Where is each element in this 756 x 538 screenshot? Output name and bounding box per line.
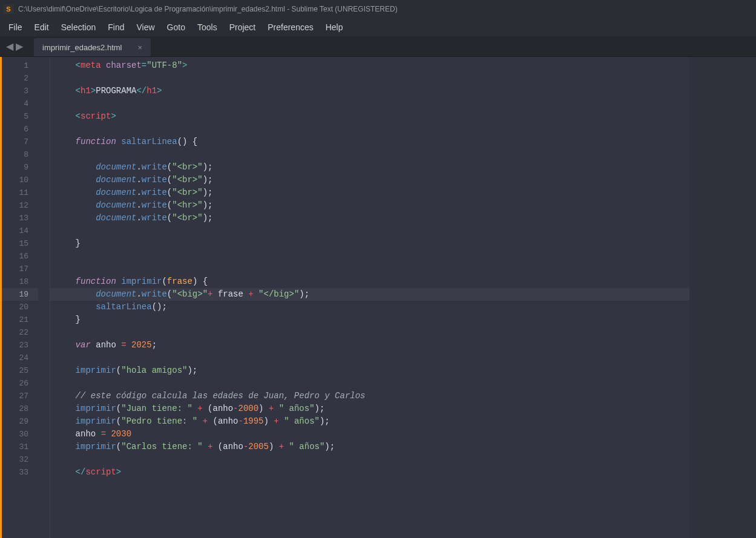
fold-cell bbox=[38, 428, 50, 441]
line-number[interactable]: 14 bbox=[2, 225, 38, 237]
line-number[interactable]: 12 bbox=[2, 199, 38, 212]
code-line[interactable] bbox=[50, 250, 689, 263]
minimap[interactable] bbox=[689, 57, 756, 538]
tab-active[interactable]: imprimir_edades2.html × bbox=[34, 38, 151, 56]
fold-cell bbox=[38, 453, 50, 466]
line-number[interactable]: 9 bbox=[2, 161, 38, 174]
code-line[interactable]: <script> bbox=[50, 110, 689, 123]
menu-item-goto[interactable]: Goto bbox=[161, 20, 191, 34]
fold-cell bbox=[38, 352, 50, 364]
nav-forward-icon[interactable]: ▶ bbox=[15, 41, 24, 52]
line-number[interactable]: 27 bbox=[2, 390, 38, 402]
fold-cell bbox=[38, 136, 50, 148]
line-number[interactable]: 23 bbox=[2, 339, 38, 352]
code-line[interactable] bbox=[50, 377, 689, 390]
line-number[interactable]: 3 bbox=[2, 85, 38, 97]
code-line[interactable] bbox=[50, 352, 689, 364]
code-line[interactable] bbox=[50, 326, 689, 339]
code-line[interactable]: document.write("<br>"); bbox=[50, 174, 689, 186]
nav-back-icon[interactable]: ◀ bbox=[5, 41, 15, 52]
fold-cell bbox=[38, 59, 50, 72]
window-title: C:\Users\dimif\OneDrive\Escritorio\Logic… bbox=[18, 5, 398, 13]
line-number[interactable]: 32 bbox=[2, 453, 38, 466]
code-line[interactable]: imprimir("Juan tiene: " + (anho-2000) + … bbox=[50, 402, 689, 415]
menu-item-view[interactable]: View bbox=[131, 20, 161, 34]
code-line[interactable]: anho = 2030 bbox=[50, 428, 689, 441]
code-line[interactable]: function imprimir(frase) { bbox=[50, 275, 689, 288]
code-line[interactable]: } bbox=[50, 313, 689, 326]
line-number[interactable]: 11 bbox=[2, 186, 38, 199]
line-number[interactable]: 24 bbox=[2, 352, 38, 364]
code-line[interactable]: document.write("<big>"+ frase + "</big>"… bbox=[50, 288, 689, 301]
code-line[interactable]: } bbox=[50, 237, 689, 250]
line-number[interactable]: 16 bbox=[2, 250, 38, 263]
line-number[interactable]: 26 bbox=[2, 377, 38, 390]
code-line[interactable]: imprimir("Carlos tiene: " + (anho-2005) … bbox=[50, 441, 689, 453]
line-number[interactable]: 5 bbox=[2, 110, 38, 123]
code-line[interactable]: imprimir("Pedro tiene: " + (anho-1995) +… bbox=[50, 415, 689, 428]
line-number[interactable]: 13 bbox=[2, 212, 38, 225]
code-line[interactable]: <meta charset="UTF-8"> bbox=[50, 59, 689, 72]
code-line[interactable] bbox=[50, 97, 689, 110]
fold-cell bbox=[38, 415, 50, 428]
close-icon[interactable]: × bbox=[138, 43, 143, 52]
fold-cell bbox=[38, 199, 50, 212]
code-area[interactable]: <meta charset="UTF-8"> <h1>PROGRAMA</h1>… bbox=[50, 57, 689, 538]
code-line[interactable] bbox=[50, 148, 689, 161]
fold-cell bbox=[38, 390, 50, 402]
menu-item-help[interactable]: Help bbox=[320, 20, 349, 34]
code-line[interactable] bbox=[50, 123, 689, 136]
line-number[interactable]: 19 bbox=[2, 288, 38, 301]
line-number[interactable]: 25 bbox=[2, 364, 38, 377]
line-number[interactable]: 33 bbox=[2, 466, 38, 479]
line-number[interactable]: 18 bbox=[2, 275, 38, 288]
code-line[interactable]: saltarLinea(); bbox=[50, 301, 689, 313]
line-number[interactable]: 10 bbox=[2, 174, 38, 186]
code-line[interactable]: document.write("<br>"); bbox=[50, 212, 689, 225]
code-line[interactable]: imprimir("hola amigos"); bbox=[50, 364, 689, 377]
line-number[interactable]: 21 bbox=[2, 313, 38, 326]
code-line[interactable]: document.write("<br>"); bbox=[50, 186, 689, 199]
line-number[interactable]: 8 bbox=[2, 148, 38, 161]
code-line[interactable] bbox=[50, 263, 689, 275]
code-line[interactable]: var anho = 2025; bbox=[50, 339, 689, 352]
fold-guide bbox=[38, 57, 50, 538]
line-number[interactable]: 4 bbox=[2, 97, 38, 110]
menu-item-preferences[interactable]: Preferences bbox=[261, 20, 319, 34]
code-line[interactable]: // este código calcula las edades de Jua… bbox=[50, 390, 689, 402]
menu-item-edit[interactable]: Edit bbox=[28, 20, 55, 34]
code-line[interactable]: <h1>PROGRAMA</h1> bbox=[50, 85, 689, 97]
menubar: FileEditSelectionFindViewGotoToolsProjec… bbox=[0, 18, 756, 36]
editor[interactable]: 1234567891011121314151617181920212223242… bbox=[0, 57, 756, 538]
fold-cell bbox=[38, 186, 50, 199]
code-line[interactable]: </script> bbox=[50, 466, 689, 479]
line-number[interactable]: 17 bbox=[2, 263, 38, 275]
menu-item-find[interactable]: Find bbox=[102, 20, 130, 34]
code-line[interactable] bbox=[50, 453, 689, 466]
line-number[interactable]: 2 bbox=[2, 72, 38, 85]
line-number[interactable]: 20 bbox=[2, 301, 38, 313]
fold-cell bbox=[38, 174, 50, 186]
line-number[interactable]: 28 bbox=[2, 402, 38, 415]
line-number[interactable]: 30 bbox=[2, 428, 38, 441]
code-line[interactable]: function saltarLinea() { bbox=[50, 136, 689, 148]
line-number[interactable]: 15 bbox=[2, 237, 38, 250]
fold-cell bbox=[38, 301, 50, 313]
fold-cell bbox=[38, 161, 50, 174]
menu-item-tools[interactable]: Tools bbox=[191, 20, 223, 34]
fold-cell bbox=[38, 377, 50, 390]
code-line[interactable] bbox=[50, 225, 689, 237]
code-line[interactable]: document.write("<br>"); bbox=[50, 161, 689, 174]
line-number[interactable]: 6 bbox=[2, 123, 38, 136]
line-number[interactable]: 31 bbox=[2, 441, 38, 453]
menu-item-project[interactable]: Project bbox=[223, 20, 262, 34]
code-line[interactable]: document.write("<hr>"); bbox=[50, 199, 689, 212]
code-line[interactable] bbox=[50, 72, 689, 85]
line-number[interactable]: 29 bbox=[2, 415, 38, 428]
menu-item-selection[interactable]: Selection bbox=[55, 20, 102, 34]
line-number[interactable]: 22 bbox=[2, 326, 38, 339]
menu-item-file[interactable]: File bbox=[2, 20, 28, 34]
line-number[interactable]: 7 bbox=[2, 136, 38, 148]
line-number[interactable]: 1 bbox=[2, 59, 38, 72]
fold-cell bbox=[38, 326, 50, 339]
